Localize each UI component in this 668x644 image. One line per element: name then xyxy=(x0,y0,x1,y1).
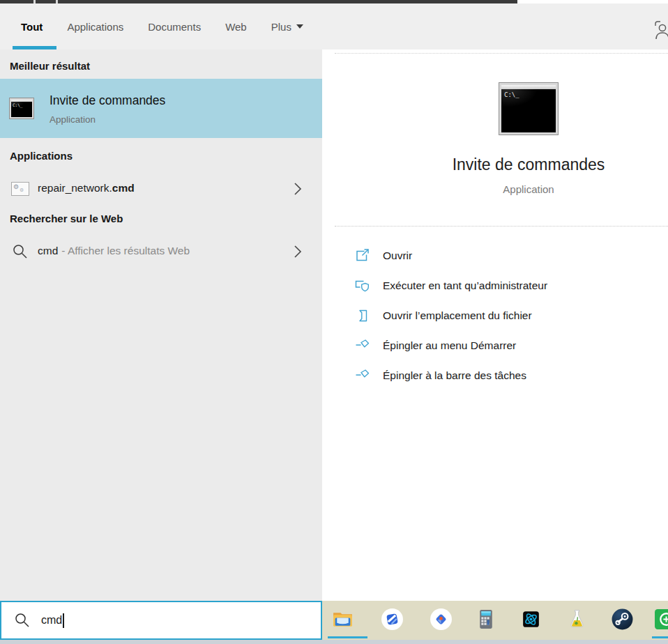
batch-file-icon: ⚙ ⚙ xyxy=(11,182,29,196)
taskbar xyxy=(322,601,668,640)
active-app-indicator xyxy=(652,636,668,638)
tab-plus-label: Plus xyxy=(271,21,291,33)
user-icon xyxy=(653,19,668,41)
command-prompt-icon: C:\_ xyxy=(10,98,33,118)
action-label: Épingler à la barre des tâches xyxy=(383,369,526,382)
tab-applications[interactable]: Applications xyxy=(67,21,123,33)
action-run-as-admin[interactable]: Exécuter en tant qu’administrateur xyxy=(354,270,547,300)
result-web-search[interactable]: cmd- Afficher les résultats Web xyxy=(0,232,322,271)
pin-icon xyxy=(354,368,371,383)
admin-shield-icon xyxy=(354,278,371,293)
action-open[interactable]: Ouvrir xyxy=(354,240,547,270)
app-atom-icon[interactable] xyxy=(519,608,542,631)
text-cursor xyxy=(63,613,64,628)
action-pin-to-start[interactable]: Épingler au menu Démarrer xyxy=(354,330,547,360)
action-open-file-location[interactable]: Ouvrir l’emplacement du fichier xyxy=(354,300,547,330)
action-label: Ouvrir xyxy=(383,250,412,262)
chevron-right-icon[interactable] xyxy=(294,245,302,259)
panel-separator xyxy=(335,53,668,54)
result-detail-panel: C:\_ Invite de commandes Application Ouv… xyxy=(322,49,668,601)
screen-bottom-edge xyxy=(0,640,668,644)
search-icon xyxy=(12,243,29,260)
search-results-panel: Meilleur résultat C:\_ Invite de command… xyxy=(0,49,322,601)
user-account-button[interactable] xyxy=(653,19,668,41)
app-diamond-icon[interactable] xyxy=(430,608,453,631)
tab-web[interactable]: Web xyxy=(225,21,247,33)
tab-tout[interactable]: Tout xyxy=(21,21,43,33)
result-name: repair_network.cmd xyxy=(38,182,135,194)
detail-divider xyxy=(335,226,668,227)
calculator-icon[interactable] xyxy=(474,608,497,631)
steam-icon[interactable] xyxy=(611,608,634,631)
result-type: Application xyxy=(50,114,96,125)
action-label: Exécuter en tant qu’administrateur xyxy=(383,279,547,292)
section-applications: Applications xyxy=(10,150,73,162)
result-title: Invite de commandes xyxy=(50,93,165,108)
search-input[interactable]: cmd xyxy=(0,601,322,640)
gear-icon: ⚙ xyxy=(13,183,19,190)
windows-search-flyout: Tout Applications Documents Web Plus Mei… xyxy=(0,0,668,644)
file-location-icon xyxy=(354,308,371,323)
result-repair-network-cmd[interactable]: ⚙ ⚙ repair_network.cmd xyxy=(0,169,322,208)
detail-type: Application xyxy=(322,183,668,195)
active-app-indicator xyxy=(328,636,367,638)
tab-documents[interactable]: Documents xyxy=(148,21,201,33)
section-web-search: Rechercher sur le Web xyxy=(10,213,123,224)
search-query-text: cmd xyxy=(41,614,62,627)
detail-title: Invite de commandes xyxy=(322,155,668,174)
pin-icon xyxy=(354,338,371,353)
best-match-result[interactable]: C:\_ Invite de commandes Application xyxy=(0,79,322,138)
app-green-icon[interactable] xyxy=(654,608,668,631)
gear-icon: ⚙ xyxy=(20,187,24,193)
file-explorer-icon[interactable] xyxy=(331,608,354,631)
result-name: cmd- Afficher les résultats Web xyxy=(38,245,190,257)
tab-plus[interactable]: Plus xyxy=(271,21,303,33)
open-in-new-icon xyxy=(354,248,371,263)
command-prompt-icon-large: C:\_ xyxy=(499,83,558,135)
action-label: Épingler au menu Démarrer xyxy=(383,339,516,352)
context-actions: Ouvrir Exécuter en tant qu’administrateu… xyxy=(354,240,547,390)
action-label: Ouvrir l’emplacement du fichier xyxy=(383,309,532,322)
action-pin-to-taskbar[interactable]: Épingler à la barre des tâches xyxy=(354,360,547,390)
chevron-right-icon[interactable] xyxy=(294,182,302,196)
filter-tabs: Tout Applications Documents Web Plus xyxy=(21,3,303,49)
app-flask-icon[interactable] xyxy=(565,608,589,631)
search-filter-bar: Tout Applications Documents Web Plus xyxy=(0,3,668,49)
app-g-icon[interactable] xyxy=(381,608,404,631)
search-icon xyxy=(14,612,31,629)
chevron-down-icon xyxy=(296,24,303,29)
section-best-match: Meilleur résultat xyxy=(10,60,90,72)
